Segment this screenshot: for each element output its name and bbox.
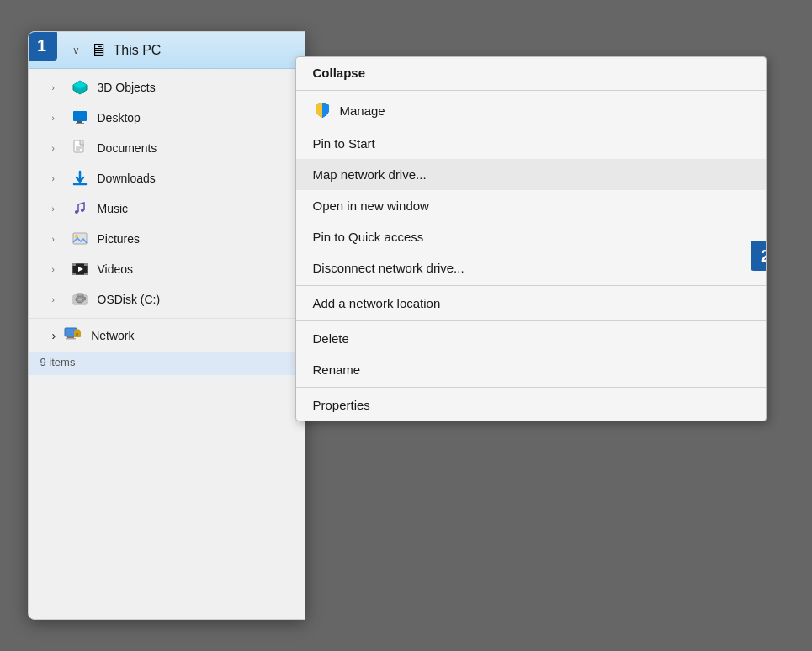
menu-item-collapse[interactable]: Collapse: [296, 57, 766, 88]
3d-objects-icon: [71, 78, 89, 97]
menu-divider-4: [296, 387, 766, 388]
sidebar-item-pictures[interactable]: › Pictures: [29, 224, 305, 254]
svg-point-22: [78, 299, 82, 301]
chevron-icon: ›: [52, 265, 62, 274]
manage-label: Manage: [340, 103, 385, 118]
menu-item-map-network[interactable]: Map network drive...: [296, 159, 766, 190]
this-pc-label: This PC: [114, 43, 162, 58]
svg-rect-30: [77, 333, 78, 336]
open-new-window-label: Open in new window: [313, 198, 429, 213]
menu-item-rename[interactable]: Rename: [296, 354, 766, 385]
videos-icon: [71, 260, 89, 278]
chevron-icon: ›: [52, 174, 62, 183]
chevron-icon: ›: [52, 114, 62, 123]
count-label: 9 items: [40, 356, 76, 368]
svg-rect-15: [72, 263, 76, 266]
header-content: ∨ 🖥 This PC: [72, 40, 162, 60]
pin-start-label: Pin to Start: [313, 136, 375, 151]
svg-rect-2: [73, 111, 87, 121]
menu-item-properties[interactable]: Properties: [296, 389, 766, 421]
network-label: Network: [91, 329, 134, 342]
downloads-icon: [71, 169, 89, 188]
svg-rect-23: [77, 294, 83, 296]
svg-rect-27: [67, 336, 74, 338]
sidebar-item-label: Downloads: [98, 172, 156, 185]
menu-divider-2: [296, 285, 766, 286]
chevron-icon: ›: [52, 204, 62, 214]
svg-rect-4: [76, 123, 84, 124]
menu-item-delete[interactable]: Delete: [296, 323, 766, 354]
this-pc-icon: 🖥: [90, 40, 107, 60]
step-badge-1: 1: [28, 31, 57, 61]
svg-rect-18: [84, 273, 88, 275]
pictures-icon: [71, 230, 89, 248]
file-explorer-sidebar: 1 ∨ 🖥 This PC › 3D Objects › Des: [28, 31, 305, 620]
sidebar-item-downloads[interactable]: › Downloads: [29, 163, 305, 193]
disconnect-label: Disconnect network drive...: [313, 261, 464, 275]
sidebar-item-documents[interactable]: › Documents: [29, 133, 305, 163]
menu-item-add-network[interactable]: Add a network location: [296, 288, 766, 319]
documents-icon: [71, 139, 89, 157]
collapse-label: Collapse: [313, 66, 366, 80]
sidebar-item-label: OSDisk (C:): [98, 293, 161, 306]
sidebar-item-label: 3D Objects: [98, 81, 156, 94]
sidebar-item-label: Music: [98, 202, 129, 215]
rename-label: Rename: [313, 363, 361, 377]
sidebar-item-label: Documents: [98, 141, 157, 155]
uac-shield-icon: [313, 101, 332, 119]
svg-rect-28: [66, 338, 76, 340]
map-network-label: Map network drive...: [313, 167, 427, 182]
chevron-icon: ›: [52, 144, 62, 153]
pin-quick-label: Pin to Quick access: [313, 230, 424, 244]
menu-divider-3: [296, 320, 766, 321]
osdisk-icon: [71, 290, 89, 309]
sidebar-item-videos[interactable]: › Videos: [29, 254, 305, 284]
chevron-icon: ›: [52, 295, 62, 304]
step-badge-2: 2: [751, 241, 767, 271]
svg-rect-17: [72, 273, 76, 275]
menu-item-pin-quick[interactable]: Pin to Quick access: [296, 221, 766, 252]
chevron-icon: ›: [52, 329, 56, 342]
properties-label: Properties: [313, 398, 370, 412]
svg-rect-16: [84, 263, 88, 266]
desktop-icon: [71, 108, 89, 127]
chevron-icon: ›: [52, 235, 62, 244]
menu-item-disconnect[interactable]: Disconnect network drive...: [296, 252, 766, 283]
sidebar-item-network[interactable]: › Network: [29, 318, 305, 352]
window-container: 1 ∨ 🖥 This PC › 3D Objects › Des: [28, 31, 785, 620]
context-menu: 2 Collapse Manage Pin to Start: [295, 56, 767, 421]
menu-item-open-new-window[interactable]: Open in new window: [296, 190, 766, 221]
sidebar-item-label: Desktop: [98, 111, 141, 124]
menu-item-manage[interactable]: Manage: [296, 93, 766, 128]
sidebar-item-label: Videos: [98, 262, 134, 276]
sidebar-item-osdisk[interactable]: › OSDisk (C:): [29, 284, 305, 315]
svg-rect-10: [73, 233, 87, 244]
sidebar-items-list: › 3D Objects › Desktop › Documents: [29, 69, 305, 318]
sidebar-item-desktop[interactable]: › Desktop: [29, 103, 305, 133]
music-icon: [71, 199, 89, 218]
menu-item-pin-start[interactable]: Pin to Start: [296, 128, 766, 159]
items-count: 9 items: [29, 352, 305, 375]
this-pc-header[interactable]: 1 ∨ 🖥 This PC: [29, 32, 305, 69]
sidebar-item-3d-objects[interactable]: › 3D Objects: [29, 72, 305, 103]
expand-arrow-icon: ∨: [72, 45, 80, 56]
svg-rect-25: [82, 298, 83, 299]
add-network-label: Add a network location: [313, 296, 441, 310]
network-icon: [64, 325, 82, 346]
sidebar-item-label: Pictures: [98, 232, 141, 246]
svg-rect-3: [77, 121, 82, 123]
chevron-icon: ›: [52, 83, 62, 93]
sidebar-item-music[interactable]: › Music: [29, 193, 305, 224]
delete-label: Delete: [313, 331, 349, 346]
menu-divider-1: [296, 90, 766, 91]
